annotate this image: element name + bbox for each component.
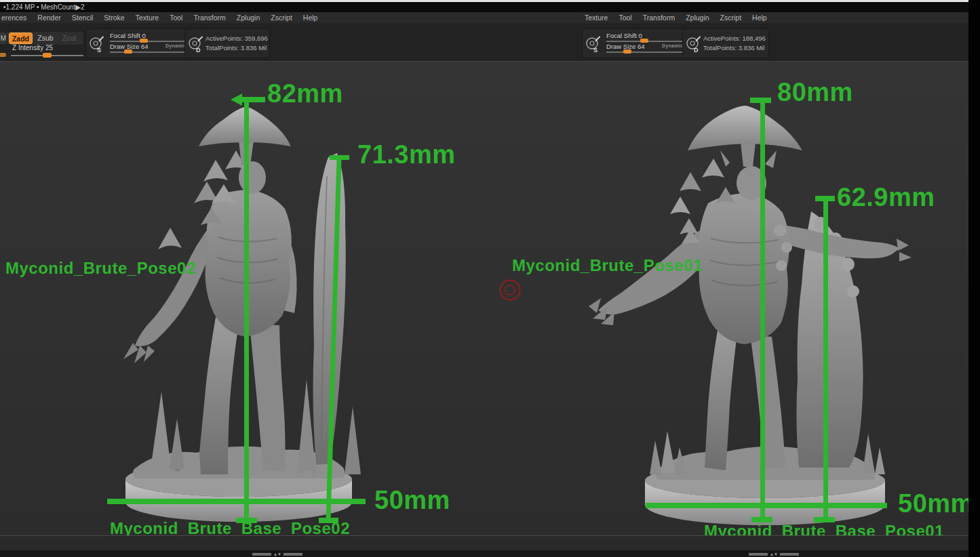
menu-tool-2[interactable]: Tool [613, 12, 637, 23]
brush-icon-letter: S [97, 47, 101, 54]
sculpt-brush-icon[interactable]: S [585, 33, 602, 54]
base-width-line-right [646, 503, 887, 508]
zbrush-screen: •1.224 MP • MeshCount▶2 erences Render S… [0, 0, 980, 557]
sculpt-brush-icon[interactable]: S [88, 33, 106, 54]
focal-shift-slider[interactable] [110, 41, 186, 42]
tray-divider-right[interactable]: ▲▼ [749, 552, 799, 556]
measurement-62-9mm: 62.9mm [837, 184, 935, 210]
measurement-50mm-left: 50mm [374, 487, 450, 513]
pointer-icon-letter: D [196, 47, 201, 54]
menu-zplugin-2[interactable]: Zplugin [680, 12, 714, 23]
model-left-myconid-pose02[interactable] [123, 106, 361, 522]
brush-icon-letter: S [593, 47, 597, 54]
height-line-62mm [823, 199, 828, 520]
bottom-tray [0, 535, 968, 550]
height-line-topcap-80mm [750, 98, 771, 103]
draw-size-slider-handle[interactable] [124, 49, 132, 54]
menu-texture[interactable]: Texture [130, 12, 164, 23]
height-line-80mm [760, 100, 765, 520]
title-bar: •1.224 MP • MeshCount▶2 [0, 2, 968, 12]
menu-stencil[interactable]: Stencil [66, 12, 99, 23]
menu-tool[interactable]: Tool [164, 12, 188, 23]
measurement-50mm-right: 50mm [898, 491, 974, 516]
rgb-intensity-slider-fragment[interactable] [0, 53, 6, 57]
active-points-readout: ActivePoints: 188,496 [703, 35, 766, 42]
draw-pointer-icon[interactable]: D [187, 33, 205, 54]
tray-divider-left[interactable]: ▲▼ [252, 552, 302, 556]
bottom-bar [0, 550, 968, 557]
draw-pointer-icon[interactable]: D [685, 33, 703, 54]
menu-help[interactable]: Help [298, 12, 324, 23]
draw-size-slider[interactable] [606, 51, 682, 53]
menu-preferences[interactable]: erences [0, 12, 32, 23]
dynamic-label: Dynamic [165, 43, 187, 48]
divider-arrows-icon[interactable]: ▲▼ [273, 552, 281, 556]
menu-bar: erences Render Stencil Stroke Texture To… [0, 12, 968, 24]
z-intensity-label: Z Intensity 25 [12, 44, 53, 51]
draw-size-slider-handle[interactable] [623, 49, 631, 54]
menu-zscript-2[interactable]: Zscript [715, 12, 747, 23]
measurement-71-3mm: 71.3mm [357, 142, 456, 167]
label-pose02: Myconid_Brute_Pose02 [5, 260, 196, 276]
scene-3d [0, 61, 968, 535]
divider-bar [283, 553, 302, 556]
menu-texture-2[interactable]: Texture [583, 12, 613, 23]
divider-bar [749, 553, 768, 556]
divider-bar [252, 553, 271, 556]
menu-render[interactable]: Render [32, 12, 66, 23]
zsub-button[interactable]: Zsub [34, 33, 57, 44]
pointer-icon-letter: D [694, 47, 699, 54]
menu-zscript[interactable]: Zscript [265, 12, 298, 23]
model-right-myconid-pose01[interactable] [589, 106, 912, 525]
brush-settings-group-right: S Focal Shift 0 Draw Size 64 Dynamic [582, 28, 690, 58]
menu-stroke[interactable]: Stroke [98, 12, 130, 23]
height-line-topcap-62mm [815, 196, 835, 201]
height-line-82mm [244, 99, 249, 522]
focal-shift-label: Focal Shift 0 [606, 32, 642, 39]
label-pose01: Myconid_Brute_Pose01 [512, 257, 703, 274]
z-intensity-slider-handle[interactable] [43, 53, 52, 58]
menu-transform-2[interactable]: Transform [638, 12, 680, 23]
right-screen-edge [968, 0, 980, 557]
points-info-group-right: D ActivePoints: 188,496 TotalPoints: 3.8… [682, 28, 769, 58]
height-arrowhead-82mm [231, 94, 242, 106]
menu-zplugin[interactable]: Zplugin [231, 12, 265, 23]
label-base-pose02: Myconid_Brute_Base_Pose02 [110, 520, 350, 537]
mrgb-button-fragment[interactable]: M [0, 33, 6, 44]
total-points-readout: TotalPoints: 3.836 Mil [205, 44, 267, 51]
divider-arrows-icon[interactable]: ▲▼ [770, 552, 778, 556]
right-window-menus: Texture Tool Transform Zplugin Zscript H… [583, 12, 772, 23]
total-points-readout: TotalPoints: 3.836 Mil [703, 44, 764, 51]
divider-bar [780, 553, 799, 556]
base-width-line-left [107, 499, 366, 504]
dynamic-label: Dynamic [662, 43, 683, 48]
measurement-80mm: 80mm [777, 79, 853, 105]
points-info-group-left: D ActivePoints: 359,696 TotalPoints: 3.8… [184, 28, 270, 58]
zadd-button[interactable]: Zadd [9, 33, 33, 44]
menu-transform[interactable]: Transform [188, 12, 231, 23]
height-arrow-bar-82mm [241, 97, 265, 102]
draw-size-slider[interactable] [110, 51, 186, 53]
height-line-topcap-71mm [330, 155, 349, 160]
left-window-menus: erences Render Stencil Stroke Texture To… [0, 12, 323, 23]
active-points-readout: ActivePoints: 359,696 [205, 35, 268, 42]
menu-help-2[interactable]: Help [747, 12, 772, 23]
brush-cursor [501, 281, 520, 300]
brush-settings-group-left: S Focal Shift 0 Draw Size 64 Dynamic [85, 28, 194, 58]
measurement-82mm: 82mm [267, 81, 343, 106]
toolbar: M Zadd Zsub Zcut Z Intensity 25 S Focal … [0, 23, 968, 61]
zcut-button[interactable]: Zcut [59, 33, 79, 44]
title-bar-info: •1.224 MP • MeshCount▶2 [3, 3, 85, 11]
